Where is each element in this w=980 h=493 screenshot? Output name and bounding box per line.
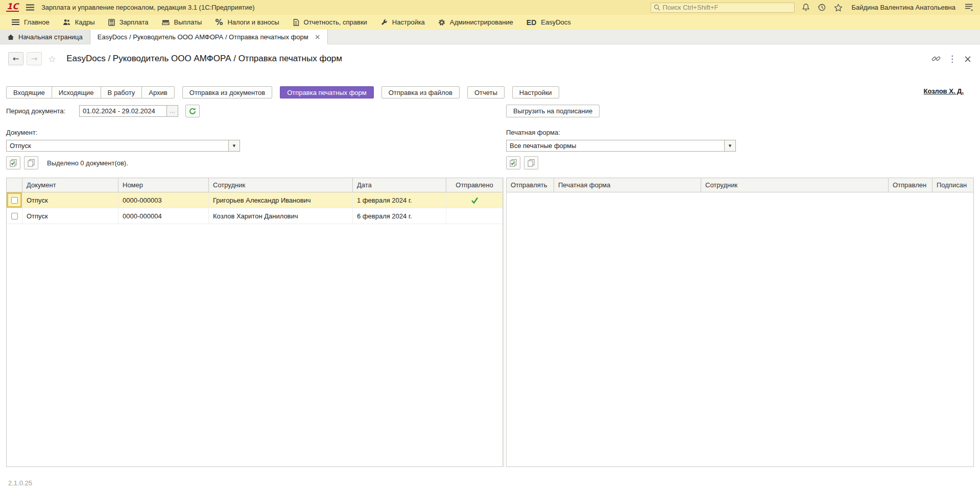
table-row[interactable]: Отпуск 0000-000004 Козлов Харитон Данило… (7, 208, 503, 224)
row-checkbox[interactable] (11, 197, 18, 204)
menu-item-administrirovanie[interactable]: Администрирование (432, 15, 520, 30)
back-button[interactable]: ← (8, 52, 23, 65)
app-version: 2.1.0.25 (8, 479, 32, 487)
tab-close-icon[interactable]: × (315, 33, 321, 41)
favorite-page-star-icon[interactable]: ☆ (48, 54, 56, 64)
menu-item-zarplata[interactable]: Зарплата (102, 15, 155, 30)
document-type-value[interactable]: Отпуск (6, 140, 229, 152)
responsible-user-link[interactable]: Козлов Х. Д. (924, 87, 964, 95)
header-number[interactable]: Номер (118, 178, 208, 192)
copy-link-icon[interactable] (931, 55, 941, 63)
print-form-label: Печатная форма: (506, 129, 974, 137)
button-arhiv[interactable]: Архив (141, 86, 174, 98)
clear-selection-button[interactable] (24, 156, 38, 169)
tab-home[interactable]: Начальная страница (0, 30, 90, 44)
document-type-label: Документ: (6, 129, 503, 137)
print-form-value[interactable]: Все печатные формы (506, 140, 725, 152)
documents-table-header: Документ Номер Сотрудник Дата Отправлено (7, 178, 503, 192)
print-forms-table: Отправлять Печатная форма Сотрудник Отпр… (506, 178, 974, 467)
header-employee[interactable]: Сотрудник (208, 178, 352, 192)
window-title: Зарплата и управление персоналом, редакц… (41, 4, 255, 11)
dropdown-arrow-icon[interactable]: ▼ (229, 140, 240, 152)
menu-item-nalogi[interactable]: % Налоги и взносы (208, 15, 285, 30)
header-signed[interactable]: Подписан (932, 178, 973, 192)
menu-item-vyplaty[interactable]: Выплаты (155, 15, 209, 30)
menu-item-kadry[interactable]: Кадры (56, 15, 102, 30)
banknotes-icon (162, 19, 170, 26)
history-icon[interactable] (817, 3, 827, 13)
forward-button[interactable]: → (27, 52, 42, 65)
search-icon (654, 4, 660, 11)
header-employee[interactable]: Сотрудник (701, 178, 888, 192)
menu-item-nastroyka[interactable]: Настройка (374, 15, 432, 30)
button-otpravka-iz-dokumentov[interactable]: Отправка из документов (182, 86, 272, 98)
documents-table: Документ Номер Сотрудник Дата Отправлено… (6, 178, 503, 467)
selection-summary: Выделено 0 документ(ов). (47, 159, 128, 167)
select-all-button[interactable] (506, 156, 520, 169)
current-user-name[interactable]: Байдина Валентина Анатольевна (852, 4, 955, 11)
print-forms-panel: Выгрузить на подписание Печатная форма: … (506, 105, 974, 467)
table-row[interactable]: Отпуск 0000-000003 Григорьев Александр И… (7, 192, 503, 208)
button-v-rabotu[interactable]: В работу (101, 86, 142, 98)
button-otpravka-iz-faylov[interactable]: Отправка из файлов (381, 86, 460, 98)
sections-icon (12, 19, 19, 26)
header-print-form[interactable]: Печатная форма (554, 178, 701, 192)
button-vhodyaschie[interactable]: Входящие (6, 86, 52, 98)
notifications-bell-icon[interactable] (801, 3, 811, 13)
select-all-button[interactable] (6, 156, 20, 169)
header-document[interactable]: Документ (22, 178, 118, 192)
header-send[interactable]: Отправлять (507, 178, 554, 192)
gear-icon (438, 19, 445, 26)
menu-item-otchetnost[interactable]: Отчетность, справки (286, 15, 374, 30)
wrench-icon (380, 19, 388, 26)
period-label: Период документа: (6, 107, 79, 115)
period-browse-button[interactable]: ... (167, 105, 178, 117)
period-input[interactable] (79, 105, 167, 117)
clear-selection-button[interactable] (524, 156, 538, 169)
menu-item-easydocs[interactable]: ED EasyDocs (520, 15, 578, 30)
user-menu-icon[interactable] (964, 3, 974, 13)
button-nastroyki[interactable]: Настройки (512, 86, 559, 98)
header-sent[interactable]: Отправлен (888, 178, 932, 192)
print-forms-table-header: Отправлять Печатная форма Сотрудник Отпр… (507, 178, 973, 192)
tab-easydocs[interactable]: EasyDocs / Руководитель ООО АМФОРА / Отп… (90, 30, 328, 44)
button-ishodyaschie[interactable]: Исходящие (52, 86, 101, 98)
easydocs-icon: ED (527, 18, 536, 27)
report-icon (293, 19, 299, 26)
tab-bar: Начальная страница EasyDocs / Руководите… (0, 30, 980, 44)
subsystem-menu-bar: Главное Кадры Зарплата Выплаты % Налоги … (0, 15, 980, 30)
button-otchety[interactable]: Отчеты (467, 86, 505, 98)
print-form-dropdown[interactable]: Все печатные формы ▼ (506, 140, 974, 152)
section-buttons-row: Входящие Исходящие В работу Архив Отправ… (6, 86, 974, 99)
panel-splitter[interactable] (504, 178, 504, 467)
more-actions-kebab-icon[interactable]: ⋮ (948, 54, 957, 64)
row-checkbox[interactable] (11, 213, 18, 219)
home-icon (7, 34, 14, 40)
favorites-star-icon[interactable] (833, 3, 844, 13)
button-otpravka-pechatnyh-form[interactable]: Отправка печатных форм (280, 86, 374, 98)
documents-panel: Период документа: ... Документ: Отпуск ▼… (6, 105, 503, 467)
title-bar: 1С Зарплата и управление персоналом, ред… (0, 0, 980, 15)
close-form-icon[interactable]: × (964, 53, 972, 64)
1c-logo-icon: 1С (6, 3, 19, 12)
menu-item-glavnoe[interactable]: Главное (5, 15, 56, 30)
upload-for-signing-button[interactable]: Выгрузить на подписание (506, 105, 600, 117)
dropdown-arrow-icon[interactable]: ▼ (725, 140, 736, 152)
document-type-dropdown[interactable]: Отпуск ▼ (6, 140, 503, 152)
search-input[interactable] (663, 4, 792, 11)
page-header: ← → ☆ EasyDocs / Руководитель ООО АМФОРА… (0, 44, 980, 82)
global-search[interactable] (651, 3, 795, 13)
header-date[interactable]: Дата (352, 178, 446, 192)
calculator-icon (108, 19, 115, 26)
refresh-button[interactable] (185, 105, 200, 117)
people-icon (63, 19, 70, 26)
header-checkbox-column[interactable] (7, 178, 22, 192)
percent-icon: % (215, 18, 223, 27)
page-title: EasyDocs / Руководитель ООО АМФОРА / Отп… (66, 54, 342, 64)
sent-check-icon (471, 197, 479, 204)
header-sent[interactable]: Отправлено (446, 178, 503, 192)
main-menu-icon[interactable] (25, 3, 35, 13)
